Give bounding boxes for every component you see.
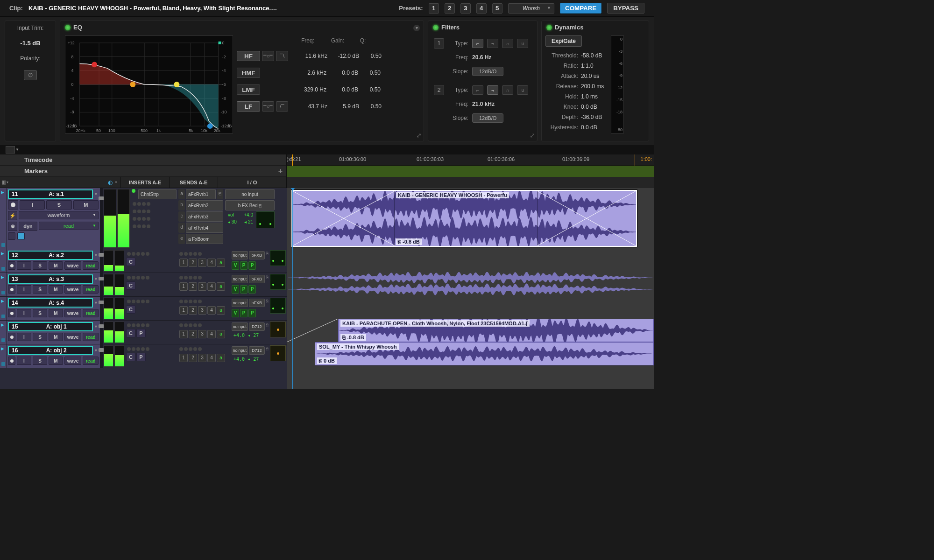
preset-4[interactable]: 4: [476, 3, 487, 14]
filter1-bpf-icon[interactable]: ∩: [502, 39, 513, 48]
filter1-slope[interactable]: 12dB/O: [472, 67, 503, 76]
pan-grid[interactable]: [270, 298, 286, 314]
record-enable-button[interactable]: [8, 261, 15, 270]
insert-slot[interactable]: ChnlStrp: [132, 189, 177, 199]
v-button[interactable]: V: [232, 261, 239, 270]
dynamics-power-icon[interactable]: [546, 25, 552, 30]
track-view-selector[interactable]: wave: [64, 333, 81, 341]
send-num-button[interactable]: 1: [179, 306, 188, 315]
eq-band-lmf[interactable]: LMF: [237, 84, 260, 95]
send-slot[interactable]: aaFxRvrb1⎘: [178, 189, 223, 199]
resize-icon[interactable]: ⤢: [530, 132, 535, 139]
chevron-down-icon[interactable]: ▼: [94, 277, 99, 281]
input-monitor-button[interactable]: I: [17, 357, 31, 365]
link-icon[interactable]: ⎘: [217, 189, 223, 199]
eq-hmf-gain[interactable]: 0.0 dB: [328, 70, 358, 76]
insert-c-button[interactable]: C: [126, 281, 135, 290]
polarity-button[interactable]: ∅: [24, 70, 37, 80]
track-view-selector[interactable]: wave: [64, 285, 81, 294]
p-button[interactable]: P: [240, 309, 248, 317]
output-selector[interactable]: b FX Bed ⎘: [225, 200, 275, 210]
pan-grid[interactable]: [270, 250, 286, 266]
input-monitor-button[interactable]: I: [17, 333, 31, 341]
view-menu-button[interactable]: ▼: [6, 146, 15, 154]
pan-grid[interactable]: [270, 274, 286, 290]
track-disclosure[interactable]: ▶: [0, 344, 7, 368]
insert-name[interactable]: ChnlStrp: [138, 189, 177, 199]
input-trim-value[interactable]: -1.5 dB: [20, 40, 40, 47]
eq-hf-bell-icon[interactable]: ⎺\: [276, 51, 288, 61]
eq-band-hmf[interactable]: HMF: [237, 68, 260, 78]
p-button[interactable]: P: [240, 261, 248, 270]
clip-area[interactable]: KAIB - GENERIC HEAVY WHOOSH - Powerfu ⎘ …: [287, 188, 654, 389]
input-monitor-button[interactable]: I: [20, 200, 45, 210]
send-a-button[interactable]: a: [217, 306, 225, 315]
markers-ruler-label[interactable]: Markers: [24, 168, 48, 175]
track-name[interactable]: 15A: obj 1: [8, 322, 93, 331]
mute-button[interactable]: M: [49, 261, 63, 270]
preset-3[interactable]: 3: [460, 3, 471, 14]
send-a-button[interactable]: a: [217, 330, 225, 338]
send-num-button[interactable]: 1: [179, 330, 188, 338]
fade-region[interactable]: [287, 319, 338, 342]
resize-icon[interactable]: ⤢: [416, 132, 422, 139]
input-selector[interactable]: noinput: [232, 299, 248, 307]
solo-button[interactable]: S: [33, 333, 47, 341]
send-num-button[interactable]: 2: [189, 306, 197, 315]
input-monitor-button[interactable]: I: [17, 261, 31, 270]
pan-l[interactable]: 30: [232, 219, 237, 224]
track-disclosure[interactable]: ▶: [0, 188, 7, 249]
vol-value[interactable]: +4.0: [232, 333, 247, 338]
input-monitor-button[interactable]: I: [17, 309, 31, 317]
send-num-button[interactable]: 2: [189, 282, 197, 291]
volume-fader[interactable]: [100, 321, 103, 344]
track-view-selector[interactable]: waveform▼: [19, 211, 99, 219]
output-selector[interactable]: bFXB: [249, 299, 265, 307]
send-slot[interactable]: caFxRvrb3: [178, 211, 223, 222]
track-color-icon[interactable]: [8, 232, 15, 240]
p-button[interactable]: P: [240, 285, 248, 294]
dyn-depth-value[interactable]: -36.0 dB: [581, 114, 607, 120]
input-selector[interactable]: noinput: [232, 251, 248, 259]
send-num-button[interactable]: 4: [207, 330, 216, 338]
dyn-knee-value[interactable]: 0.0 dB: [581, 104, 607, 110]
eq-lf-shelf-icon[interactable]: ⎻○⎻: [262, 101, 274, 112]
eq-lf-q[interactable]: 0.50: [361, 103, 382, 110]
eq-lmf-gain[interactable]: 0.0 dB: [328, 86, 358, 93]
pan-dot[interactable]: [270, 322, 286, 337]
send-num-button[interactable]: 3: [198, 282, 206, 291]
filter2-freq[interactable]: 21.0 kHz: [472, 101, 495, 107]
send-num-button[interactable]: 3: [198, 354, 206, 362]
pan-r[interactable]: 21: [248, 219, 253, 224]
send-a-button[interactable]: a: [217, 282, 225, 291]
filter1-lpf-icon[interactable]: ¬: [487, 39, 498, 48]
send-num-button[interactable]: 4: [207, 259, 216, 267]
send-num-button[interactable]: 4: [207, 354, 216, 362]
output-selector[interactable]: bFXB: [249, 275, 265, 283]
send-name[interactable]: a FxBoom: [186, 234, 223, 244]
elastic-audio-button[interactable]: ⚡: [8, 211, 17, 220]
eq-lf-freq[interactable]: 43.7 Hz: [297, 103, 327, 110]
eq-hf-q[interactable]: 0.50: [361, 53, 382, 59]
track-disclosure[interactable]: ▶: [0, 273, 7, 296]
track-header[interactable]: 12A: s.2▼ISMwaveread: [7, 249, 100, 273]
eq-power-icon[interactable]: [65, 25, 71, 30]
eq-hf-freq[interactable]: 11.6 kHz: [297, 53, 327, 59]
filter2-notch-icon[interactable]: ∪: [517, 85, 528, 95]
send-slot[interactable]: ea FxBoom: [178, 234, 223, 244]
inserts-column-header[interactable]: INSERTS A-E: [120, 177, 169, 188]
track-disclosure[interactable]: ▶: [0, 297, 7, 320]
send-num-button[interactable]: 3: [198, 259, 206, 267]
send-num-button[interactable]: 1: [179, 282, 188, 291]
input-monitor-button[interactable]: I: [17, 285, 31, 294]
send-slot[interactable]: daFxRvrb4: [178, 223, 223, 233]
bars-icon[interactable]: ▥: [1, 179, 6, 185]
pan-value[interactable]: ◂ 27: [248, 333, 259, 338]
insert-c-button[interactable]: C: [126, 353, 135, 361]
chevron-down-icon[interactable]: ▼: [94, 253, 99, 258]
track-name[interactable]: 13A: s.3: [8, 274, 93, 284]
sends-column-header[interactable]: SENDS A-E: [169, 177, 218, 188]
insert-p-button[interactable]: P: [136, 329, 146, 337]
send-num-button[interactable]: 4: [207, 282, 216, 291]
p-button[interactable]: P: [248, 309, 256, 317]
